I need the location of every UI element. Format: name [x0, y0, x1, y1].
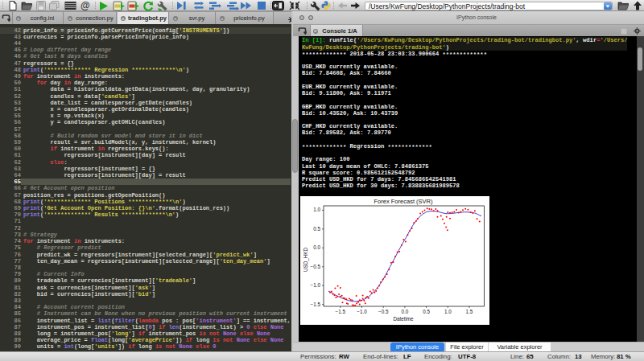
svg-text:−1.5: −1.5: [311, 302, 321, 307]
svg-text:0.5: 0.5: [423, 309, 430, 314]
svg-text:−0.5: −0.5: [311, 264, 321, 269]
svg-text:−1.0: −1.0: [311, 282, 321, 288]
svg-text:1.5: 1.5: [466, 309, 473, 314]
svg-text:−0.5: −0.5: [378, 309, 389, 314]
svg-text:1.0: 1.0: [313, 207, 320, 212]
svg-text:0.0: 0.0: [402, 309, 409, 314]
svg-text:USD_HKD: USD_HKD: [303, 248, 309, 273]
svg-text:Datetime: Datetime: [393, 316, 414, 322]
svg-text:−1.5: −1.5: [336, 309, 346, 314]
svg-text:0.0: 0.0: [313, 244, 320, 250]
svg-text:−1.0: −1.0: [357, 309, 367, 314]
svg-text:0.5: 0.5: [313, 226, 320, 232]
svg-text:1.0: 1.0: [444, 309, 452, 314]
svg-text:Forex Forecast (SVR): Forex Forecast (SVR): [374, 198, 433, 205]
